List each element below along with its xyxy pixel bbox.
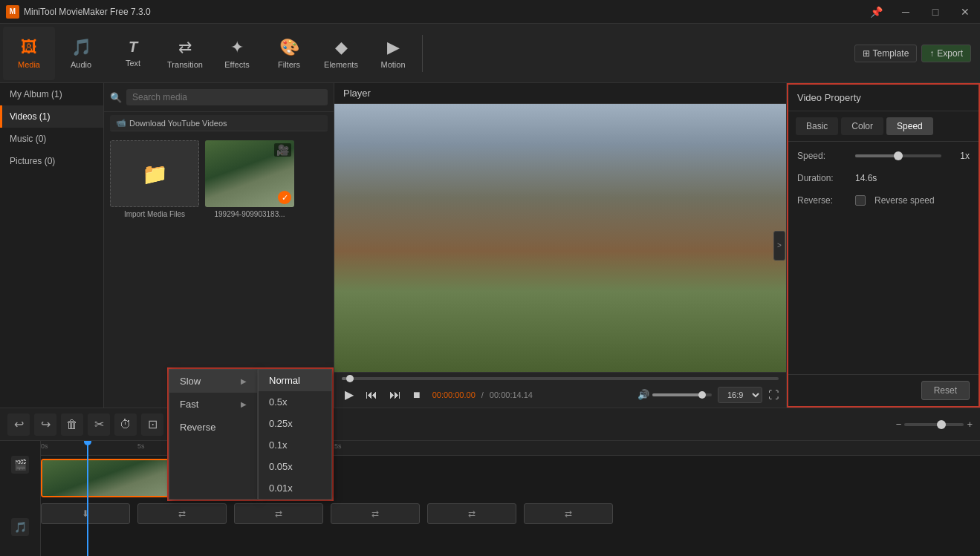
speed-value: 1x (947, 151, 970, 161)
zoom-in-icon[interactable]: + (967, 419, 973, 430)
timeline-area: ↩ ↪ 🗑 ✂ ⏱ ⊡ − + 🎬 🎵 0s (0, 408, 980, 556)
toolbar-media[interactable]: 🖼 Media (3, 27, 55, 80)
slow-0.5x-item[interactable]: 0.5x (259, 391, 331, 413)
reverse-row: Reverse: Reverse speed (797, 195, 970, 206)
subtitle-cell-5[interactable]: ⇄ (427, 503, 516, 524)
undo-button[interactable]: ↩ (7, 413, 30, 436)
tab-color[interactable]: Color (841, 117, 883, 135)
transition-icon: ⇄ (178, 38, 192, 57)
slow-0.25x-item[interactable]: 0.25x (259, 413, 331, 434)
speed-label: Speed: (797, 151, 849, 161)
tab-basic[interactable]: Basic (796, 117, 838, 135)
subtitle-cell-2[interactable]: ⇄ (137, 503, 227, 524)
right-panel-collapse-button[interactable]: > (773, 231, 785, 261)
slow-0.01x-item[interactable]: 0.01x (259, 477, 331, 499)
sidebar-item-pictures[interactable]: Pictures (0) (0, 150, 103, 172)
media-search-bar: 🔍 (104, 83, 334, 112)
progress-thumb[interactable] (346, 375, 354, 382)
toolbar-filters-label: Filters (278, 60, 300, 69)
total-time: 00:00:14.14 (490, 390, 533, 399)
reverse-checkbox[interactable] (855, 195, 866, 206)
export-button[interactable]: ↑ Export (921, 45, 971, 62)
volume-thumb[interactable] (698, 391, 706, 399)
delete-button[interactable]: 🗑 (61, 413, 83, 436)
toolbar-elements-label: Elements (324, 60, 358, 69)
toolbar-effects[interactable]: ✦ Effects (211, 27, 263, 80)
search-input[interactable] (126, 89, 328, 105)
left-panel: My Album (1) Videos (1) Music (0) Pictur… (0, 83, 104, 408)
maximize-button[interactable]: □ (921, 0, 950, 24)
subtitle-cell-3[interactable]: ⇄ (234, 503, 323, 524)
subtitle-cell-1[interactable]: ⬇ (41, 503, 130, 524)
duration-value: 14.6s (855, 173, 877, 183)
folder-icon: 📁 (142, 162, 168, 186)
property-footer: Reset (788, 374, 979, 406)
toolbar-motion[interactable]: ▶ Motion (367, 27, 419, 80)
slow-normal-item[interactable]: Normal (259, 370, 331, 391)
playhead[interactable] (87, 441, 88, 556)
toolbar-text[interactable]: T Text (107, 27, 159, 80)
zoom-slider[interactable] (904, 423, 964, 426)
subtitle-cell-6[interactable]: ⇄ (524, 503, 613, 524)
text-icon: T (129, 39, 137, 56)
timeline-toolbar: ↩ ↪ 🗑 ✂ ⏱ ⊡ − + (0, 408, 980, 441)
reverse-label: Reverse: (797, 195, 849, 206)
import-media-tile[interactable]: 📁 (110, 140, 199, 207)
toolbar-transition[interactable]: ⇄ Transition (159, 27, 211, 80)
slow-menu-item[interactable]: Slow ▶ (169, 370, 257, 393)
video-track-icon[interactable]: 🎬 (11, 456, 29, 474)
current-time: 00:00:00.00 (432, 390, 476, 399)
progress-fill (342, 377, 346, 380)
close-button[interactable]: ✕ (950, 0, 980, 24)
toolbar-filters[interactable]: 🎨 Filters (263, 27, 315, 80)
property-content: Speed: 1x Duration: 14.6s Reverse: Rever… (788, 142, 979, 374)
app-logo: M (6, 5, 19, 19)
play-button[interactable]: ▶ (342, 386, 357, 403)
player-progress-bar[interactable] (342, 377, 779, 380)
zoom-out-icon[interactable]: − (896, 419, 902, 430)
prev-button[interactable]: ⏮ (363, 387, 380, 403)
stop-button[interactable]: ■ (410, 387, 424, 403)
reset-button[interactable]: Reset (921, 381, 970, 400)
toolbar-audio[interactable]: 🎵 Audio (55, 27, 107, 80)
sidebar-item-music[interactable]: Music (0) (0, 128, 103, 150)
speed-main-menu: Slow ▶ Fast ▶ Reverse (169, 369, 258, 500)
tab-speed[interactable]: Speed (886, 117, 933, 135)
sidebar-item-videos[interactable]: Videos (1) (0, 105, 103, 128)
right-panel: Video Property Basic Color Speed Speed: … (787, 83, 980, 408)
redo-button[interactable]: ↪ (34, 413, 56, 436)
minimize-button[interactable]: ─ (891, 0, 921, 24)
speed-slider[interactable] (855, 154, 941, 157)
reverse-menu-item[interactable]: Reverse (169, 416, 257, 439)
media-icon: 🖼 (21, 38, 37, 57)
speed-thumb[interactable] (894, 151, 903, 160)
import-media-label: Import Media Files (110, 210, 199, 218)
fullscreen-button[interactable]: ⛶ (768, 389, 779, 401)
next-button[interactable]: ⏭ (386, 387, 404, 403)
speed-row: Speed: 1x (797, 151, 970, 161)
aspect-ratio-select[interactable]: 16:9 4:3 1:1 (718, 387, 762, 403)
template-button[interactable]: ⊞ Template (854, 45, 918, 62)
player-title: Player (343, 88, 371, 99)
video-frame (334, 104, 786, 372)
crop-button[interactable]: ⊡ (141, 413, 163, 436)
sidebar-item-my-album[interactable]: My Album (1) (0, 83, 103, 105)
video-thumbnail[interactable]: 🎥 ✓ (205, 140, 294, 207)
download-youtube-button[interactable]: 📹 Download YouTube Videos (110, 115, 328, 131)
youtube-icon: 📹 (116, 118, 126, 128)
volume-slider[interactable] (652, 393, 712, 396)
player-video (334, 104, 786, 372)
fast-menu-item[interactable]: Fast ▶ (169, 393, 257, 416)
toolbar-text-label: Text (126, 59, 140, 68)
slow-0.1x-item[interactable]: 0.1x (259, 434, 331, 456)
zoom-thumb[interactable] (937, 420, 946, 429)
speed-context-menu: Slow ▶ Fast ▶ Reverse Normal 0.5x 0.25x … (167, 367, 334, 501)
media-grid: 📁 Import Media Files 🎥 ✓ 199294-90990318… (104, 134, 334, 224)
toolbar-elements[interactable]: ◆ Elements (315, 27, 367, 80)
slow-0.05x-item[interactable]: 0.05x (259, 456, 331, 477)
audio-track-icon[interactable]: 🎵 (11, 518, 29, 536)
subtitle-cell-4[interactable]: ⇄ (331, 503, 420, 524)
speed-button[interactable]: ⏱ (114, 413, 137, 436)
pin-button[interactable]: 📌 (861, 0, 891, 24)
cut-button[interactable]: ✂ (88, 413, 110, 436)
